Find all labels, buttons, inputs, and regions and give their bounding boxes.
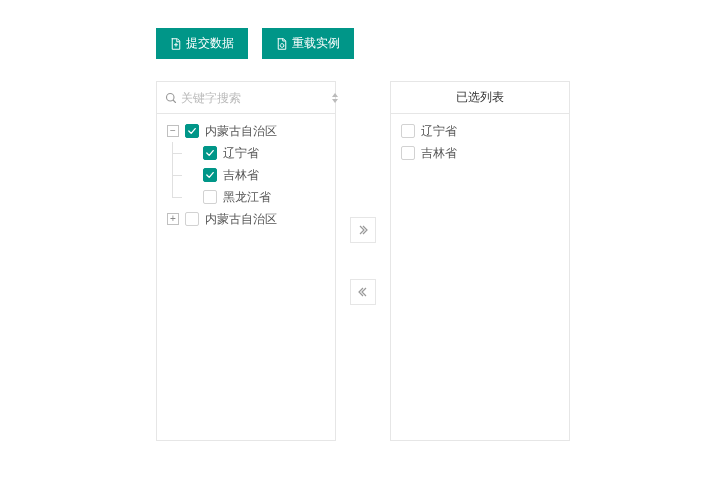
- selected-list: 辽宁省 吉林省: [391, 114, 569, 170]
- submit-button-label: 提交数据: [186, 35, 234, 52]
- checkbox[interactable]: [203, 190, 217, 204]
- tree-item[interactable]: 黑龙江省: [157, 186, 335, 208]
- list-item-label: 吉林省: [421, 145, 457, 162]
- selected-header-label: 已选列表: [456, 89, 504, 106]
- tree-expand-icon[interactable]: +: [167, 213, 179, 225]
- doc-reload-icon: [276, 38, 288, 50]
- list-item[interactable]: 吉林省: [391, 142, 569, 164]
- toolbar: 提交数据 重载实例: [156, 28, 710, 59]
- search-row: [157, 82, 335, 114]
- tree-leaf-spacer: [185, 169, 197, 181]
- tree-item[interactable]: + 内蒙古自治区: [157, 208, 335, 230]
- move-left-button[interactable]: [350, 279, 376, 305]
- source-panel: − 内蒙古自治区 辽宁省: [156, 81, 336, 441]
- move-right-button[interactable]: [350, 217, 376, 243]
- tree-item[interactable]: 吉林省: [157, 164, 335, 186]
- checkbox[interactable]: [401, 146, 415, 160]
- tree-leaf-spacer: [185, 191, 197, 203]
- tree-item-label: 内蒙古自治区: [205, 123, 277, 140]
- search-icon: [165, 92, 177, 104]
- search-input[interactable]: [181, 91, 331, 105]
- tree-leaf-spacer: [185, 147, 197, 159]
- sort-icon[interactable]: [331, 93, 339, 103]
- reload-button[interactable]: 重载实例: [262, 28, 354, 59]
- reload-button-label: 重载实例: [292, 35, 340, 52]
- doc-add-icon: [170, 38, 182, 50]
- tree-item[interactable]: 辽宁省: [157, 142, 335, 164]
- checkbox[interactable]: [401, 124, 415, 138]
- tree-item-label: 吉林省: [223, 167, 259, 184]
- transfer-controls: [350, 217, 376, 305]
- submit-button[interactable]: 提交数据: [156, 28, 248, 59]
- list-item[interactable]: 辽宁省: [391, 120, 569, 142]
- tree-item[interactable]: − 内蒙古自治区: [157, 120, 335, 142]
- selected-panel: 已选列表 辽宁省 吉林省: [390, 81, 570, 441]
- transfer: − 内蒙古自治区 辽宁省: [156, 81, 710, 441]
- checkbox[interactable]: [185, 212, 199, 226]
- list-item-label: 辽宁省: [421, 123, 457, 140]
- source-tree: − 内蒙古自治区 辽宁省: [157, 114, 335, 236]
- tree-collapse-icon[interactable]: −: [167, 125, 179, 137]
- checkbox[interactable]: [185, 124, 199, 138]
- checkbox[interactable]: [203, 146, 217, 160]
- tree-item-label: 内蒙古自治区: [205, 211, 277, 228]
- checkbox[interactable]: [203, 168, 217, 182]
- selected-header: 已选列表: [391, 82, 569, 114]
- tree-item-label: 黑龙江省: [223, 189, 271, 206]
- tree-item-label: 辽宁省: [223, 145, 259, 162]
